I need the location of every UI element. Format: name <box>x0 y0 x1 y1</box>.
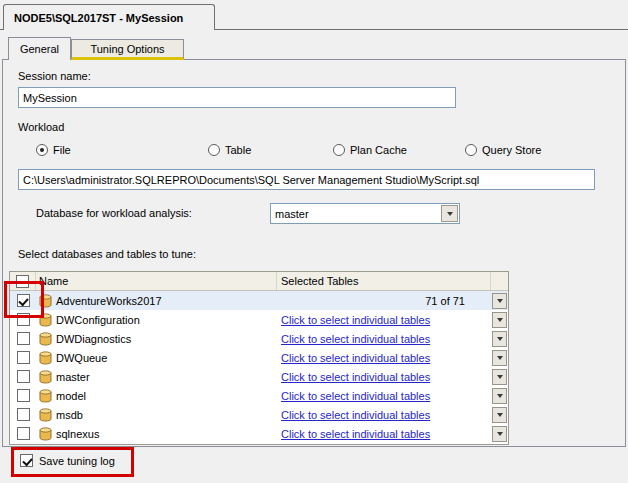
row-dropdown-button[interactable] <box>492 293 507 309</box>
database-icon <box>39 351 52 365</box>
session-name-value: MySession <box>23 92 77 104</box>
table-row[interactable]: AdventureWorks2017 71 of 71 <box>10 291 508 310</box>
session-title: NODE5\SQL2017ST - MySession <box>14 12 183 24</box>
header-name[interactable]: Name <box>36 272 277 290</box>
tune-label: Select databases and tables to tune: <box>18 248 196 260</box>
session-title-tab[interactable]: NODE5\SQL2017ST - MySession <box>3 4 215 30</box>
select-tables-link[interactable]: Click to select individual tables <box>281 371 430 383</box>
table-row[interactable]: sqlnexus Click to select individual tabl… <box>10 424 508 443</box>
row-checkbox[interactable] <box>17 389 30 402</box>
radio-table-circle[interactable] <box>208 144 220 156</box>
db-name: model <box>56 390 86 402</box>
row-dropdown-button[interactable] <box>492 407 507 423</box>
workload-label: Workload <box>18 121 64 133</box>
radio-plan-cache[interactable]: Plan Cache <box>333 143 407 157</box>
dta-window: NODE5\SQL2017ST - MySession General Tuni… <box>0 0 628 483</box>
analysis-db-value: master <box>271 208 441 220</box>
radio-query-store-label: Query Store <box>482 144 541 156</box>
table-row[interactable]: master Click to select individual tables <box>10 367 508 386</box>
table-row[interactable]: model Click to select individual tables <box>10 386 508 405</box>
selected-tables-count: 71 of 71 <box>425 295 465 307</box>
radio-table[interactable]: Table <box>208 143 251 157</box>
table-row[interactable]: DWQueue Click to select individual table… <box>10 348 508 367</box>
db-name: DWConfiguration <box>56 314 140 326</box>
table-row[interactable]: DWConfiguration Click to select individu… <box>10 310 508 329</box>
row-checkbox[interactable] <box>17 351 30 364</box>
analysis-db-label: Database for workload analysis: <box>36 207 192 219</box>
chevron-down-icon[interactable] <box>441 205 458 222</box>
table-row[interactable]: DWDiagnostics Click to select individual… <box>10 329 508 348</box>
radio-plan-cache-circle[interactable] <box>333 144 345 156</box>
radio-query-store[interactable]: Query Store <box>465 143 541 157</box>
database-icon <box>39 408 52 422</box>
db-name: msdb <box>56 409 83 421</box>
row-dropdown-button[interactable] <box>492 312 507 328</box>
chevron-down-icon <box>497 394 503 398</box>
row-checkbox[interactable] <box>17 408 30 421</box>
row-dropdown-button[interactable] <box>492 350 507 366</box>
radio-file-label: File <box>53 144 71 156</box>
select-tables-link[interactable]: Click to select individual tables <box>281 390 430 402</box>
chevron-down-icon <box>497 413 503 417</box>
chevron-down-icon <box>497 337 503 341</box>
chevron-down-icon <box>497 432 503 436</box>
chevron-down-icon <box>497 356 503 360</box>
database-icon <box>39 370 52 384</box>
row-dropdown-button[interactable] <box>492 331 507 347</box>
db-name: master <box>56 371 90 383</box>
session-name-input[interactable]: MySession <box>18 87 456 108</box>
select-tables-link[interactable]: Click to select individual tables <box>281 352 430 364</box>
radio-plan-cache-label: Plan Cache <box>350 144 407 156</box>
tab-general[interactable]: General <box>8 37 71 60</box>
analysis-db-combo[interactable]: master <box>270 203 460 224</box>
general-tab-page: Session name: MySession Workload File Ta… <box>2 59 626 447</box>
radio-table-label: Table <box>225 144 251 156</box>
select-tables-link[interactable]: Click to select individual tables <box>281 333 430 345</box>
db-name: AdventureWorks2017 <box>56 295 162 307</box>
workload-file-path-value: C:\Users\administrator.SQLREPRO\Document… <box>23 174 479 186</box>
table-header: Name Selected Tables <box>10 272 508 291</box>
database-icon <box>39 427 52 441</box>
databases-table: Name Selected Tables AdventureWorks2017 … <box>9 271 509 445</box>
database-icon <box>39 389 52 403</box>
db-name: DWDiagnostics <box>56 333 131 345</box>
row-dropdown-button[interactable] <box>492 369 507 385</box>
session-name-label: Session name: <box>18 70 91 82</box>
row-dropdown-button[interactable] <box>492 426 507 442</box>
row-checkbox[interactable] <box>17 332 30 345</box>
workload-file-path-input[interactable]: C:\Users\administrator.SQLREPRO\Document… <box>18 169 595 190</box>
database-icon <box>39 332 52 346</box>
annotation-red-box-row-checkbox <box>4 281 44 318</box>
annotation-red-box-save-tuning-log <box>11 447 134 477</box>
radio-query-store-circle[interactable] <box>465 144 477 156</box>
radio-file[interactable]: File <box>36 143 71 157</box>
select-tables-link[interactable]: Click to select individual tables <box>281 409 430 421</box>
select-tables-link[interactable]: Click to select individual tables <box>281 428 430 440</box>
chevron-down-icon <box>497 299 503 303</box>
chevron-down-icon <box>497 375 503 379</box>
row-checkbox[interactable] <box>17 427 30 440</box>
table-row[interactable]: msdb Click to select individual tables <box>10 405 508 424</box>
select-tables-link[interactable]: Click to select individual tables <box>281 314 430 326</box>
chevron-down-icon <box>497 318 503 322</box>
radio-file-circle[interactable] <box>36 144 48 156</box>
header-selected-tables[interactable]: Selected Tables <box>277 272 491 290</box>
row-dropdown-button[interactable] <box>492 388 507 404</box>
tab-tuning-options[interactable]: Tuning Options <box>71 39 184 60</box>
row-checkbox[interactable] <box>17 370 30 383</box>
db-name: sqlnexus <box>56 428 99 440</box>
db-name: DWQueue <box>56 352 107 364</box>
